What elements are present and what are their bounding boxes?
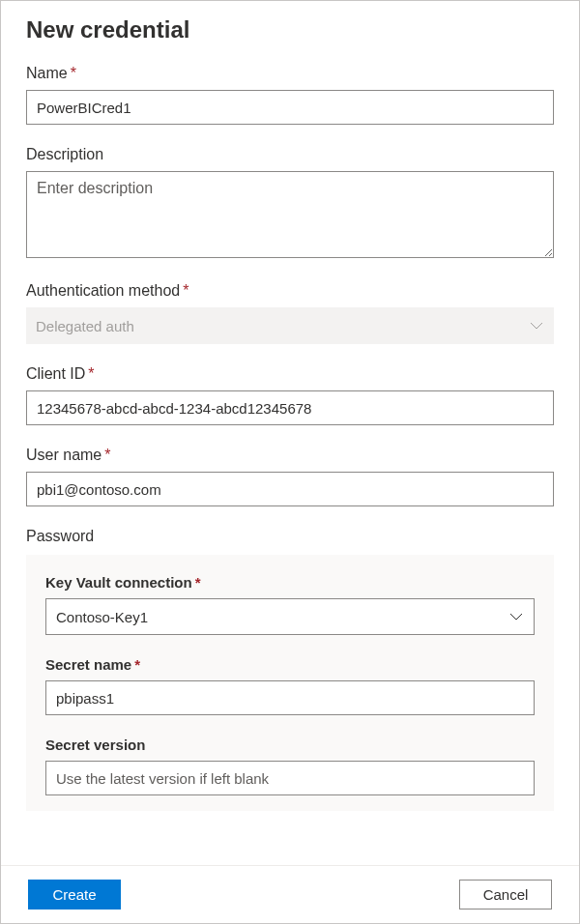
required-marker: * bbox=[195, 574, 201, 591]
auth-method-label: Authentication method* bbox=[26, 282, 554, 300]
auth-method-group: Authentication method* Delegated auth bbox=[26, 282, 554, 344]
client-id-label: Client ID* bbox=[26, 365, 554, 383]
chevron-down-icon bbox=[529, 318, 544, 333]
name-group: Name* bbox=[26, 65, 554, 125]
auth-method-label-text: Authentication method bbox=[26, 282, 180, 299]
required-marker: * bbox=[104, 447, 110, 463]
secret-name-input[interactable] bbox=[45, 680, 535, 715]
client-id-input[interactable] bbox=[26, 390, 554, 425]
required-marker: * bbox=[134, 656, 140, 673]
auth-method-select: Delegated auth bbox=[26, 307, 554, 344]
required-marker: * bbox=[183, 282, 188, 299]
page-title: New credential bbox=[26, 16, 554, 43]
client-id-label-text: Client ID bbox=[26, 365, 85, 382]
required-marker: * bbox=[71, 65, 76, 81]
name-label-text: Name bbox=[26, 65, 68, 81]
chevron-down-icon bbox=[508, 609, 524, 624]
secret-version-input[interactable] bbox=[45, 761, 535, 795]
required-marker: * bbox=[88, 365, 94, 382]
description-label: Description bbox=[26, 146, 554, 163]
cancel-button[interactable]: Cancel bbox=[459, 880, 552, 910]
user-name-label: User name* bbox=[26, 447, 554, 464]
user-name-input[interactable] bbox=[26, 472, 554, 506]
new-credential-panel: New credential Name* Description Authent… bbox=[0, 0, 580, 924]
user-name-label-text: User name bbox=[26, 447, 102, 463]
panel-footer: Create Cancel bbox=[1, 865, 579, 923]
secret-version-group: Secret version bbox=[45, 736, 535, 795]
secret-name-group: Secret name* bbox=[45, 656, 535, 715]
create-button[interactable]: Create bbox=[28, 880, 121, 910]
description-input[interactable] bbox=[26, 171, 554, 258]
name-input[interactable] bbox=[26, 90, 554, 125]
password-section-label: Password bbox=[26, 528, 554, 545]
auth-method-value: Delegated auth bbox=[36, 318, 134, 334]
description-group: Description bbox=[26, 146, 554, 261]
key-vault-select[interactable]: Contoso-Key1 bbox=[45, 598, 535, 635]
key-vault-label: Key Vault connection* bbox=[45, 574, 535, 591]
key-vault-label-text: Key Vault connection bbox=[45, 574, 192, 591]
name-label: Name* bbox=[26, 65, 554, 82]
secret-version-label: Secret version bbox=[45, 736, 535, 753]
client-id-group: Client ID* bbox=[26, 365, 554, 425]
password-section: Key Vault connection* Contoso-Key1 Secre… bbox=[26, 555, 554, 811]
key-vault-group: Key Vault connection* Contoso-Key1 bbox=[45, 574, 535, 635]
secret-name-label-text: Secret name bbox=[45, 656, 131, 673]
user-name-group: User name* bbox=[26, 447, 554, 506]
form-content: New credential Name* Description Authent… bbox=[1, 1, 579, 865]
secret-name-label: Secret name* bbox=[45, 656, 535, 673]
key-vault-value: Contoso-Key1 bbox=[56, 609, 148, 625]
